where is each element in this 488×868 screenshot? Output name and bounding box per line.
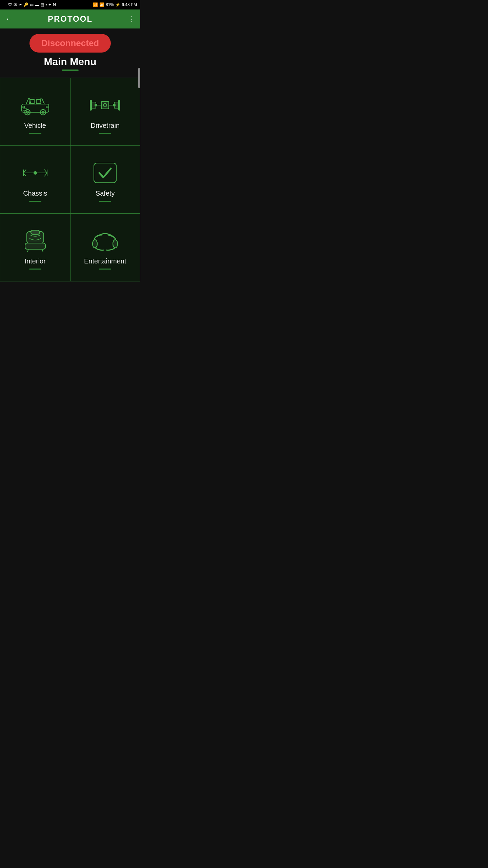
svg-line-26: [44, 173, 47, 176]
svg-line-23: [23, 170, 26, 173]
monitor-icon: ▬: [35, 2, 39, 7]
app-title: PROTOOL: [48, 14, 93, 24]
time-display: 6:48 PM: [122, 2, 137, 7]
main-content: Disconnected Main Menu: [0, 34, 140, 288]
image-icon: ▤: [40, 2, 44, 7]
email-icon: ✉: [14, 2, 17, 7]
menu-item-safety[interactable]: Safety: [70, 146, 141, 214]
svg-line-36: [27, 249, 28, 252]
svg-rect-6: [46, 106, 49, 108]
back-button[interactable]: ←: [5, 15, 13, 23]
battery-text: 81%: [106, 2, 114, 7]
drivetrain-label: Drivetrain: [90, 122, 120, 130]
drivetrain-icon: [90, 93, 120, 117]
brightness-icon: ☀: [18, 2, 22, 7]
app-bar: ← PROTOOL ⋮: [0, 9, 140, 28]
main-menu-title: Main Menu: [0, 56, 140, 67]
scrollbar-hint: [138, 68, 140, 88]
drivetrain-divider: [99, 133, 111, 134]
safety-icon: [90, 161, 120, 185]
car-icon: [20, 93, 50, 117]
svg-point-27: [34, 171, 37, 175]
disconnected-banner[interactable]: Disconnected: [29, 34, 111, 53]
wifi-icon: 📶: [93, 2, 98, 7]
chassis-icon: [20, 161, 50, 185]
svg-rect-32: [25, 243, 45, 249]
status-bar: ··· 🛡 ✉ ☀ 🔑 ▭ ▬ ▤ ▪ ✦ N 📶 📶 81% ⚡ 6:48 P…: [0, 0, 140, 9]
svg-rect-11: [101, 101, 109, 109]
shield-icon: 🛡: [8, 2, 12, 7]
safety-divider: [99, 201, 111, 202]
signal-icon: 📶: [99, 2, 104, 7]
vehicle-label: Vehicle: [24, 122, 46, 130]
menu-item-entertainment[interactable]: Entertainment: [70, 214, 141, 281]
bluetooth-icon: ✦: [48, 2, 52, 7]
disconnected-status: Disconnected: [41, 38, 99, 48]
key-icon: 🔑: [23, 2, 28, 7]
menu-grid: Vehicle: [0, 78, 140, 281]
status-right-icons: 📶 📶 81% ⚡ 6:48 PM: [93, 2, 137, 7]
chassis-label: Chassis: [23, 190, 47, 197]
svg-rect-28: [94, 163, 116, 183]
notification-icon: ···: [3, 2, 7, 7]
safety-label: Safety: [96, 190, 115, 197]
vehicle-divider: [29, 133, 41, 134]
svg-point-19: [113, 104, 115, 106]
menu-item-vehicle[interactable]: Vehicle: [0, 78, 70, 146]
title-divider: [62, 70, 79, 71]
entertainment-divider: [99, 269, 111, 270]
menu-item-chassis[interactable]: Chassis: [0, 146, 70, 214]
svg-rect-16: [90, 100, 92, 110]
entertainment-icon: [90, 229, 120, 253]
chassis-divider: [29, 201, 41, 202]
entertainment-label: Entertainment: [84, 257, 126, 265]
svg-rect-34: [31, 230, 40, 234]
svg-rect-0: [22, 104, 49, 112]
menu-item-drivetrain[interactable]: Drivetrain: [70, 78, 141, 146]
status-left-icons: ··· 🛡 ✉ ☀ 🔑 ▭ ▬ ▤ ▪ ✦ N: [3, 2, 56, 7]
svg-rect-5: [22, 106, 24, 108]
svg-point-18: [95, 104, 97, 106]
svg-line-24: [23, 173, 26, 176]
svg-line-37: [42, 249, 43, 252]
charging-icon: ⚡: [115, 2, 120, 7]
overflow-menu-button[interactable]: ⋮: [127, 15, 135, 23]
nfc-icon: N: [53, 2, 56, 7]
display-icon: ▭: [30, 2, 34, 7]
interior-divider: [29, 269, 41, 270]
svg-line-25: [44, 170, 47, 173]
menu-item-interior[interactable]: Interior: [0, 214, 70, 281]
interior-icon: [20, 229, 50, 253]
interior-label: Interior: [25, 257, 46, 265]
card-icon: ▪: [45, 2, 47, 7]
svg-rect-17: [119, 100, 120, 110]
